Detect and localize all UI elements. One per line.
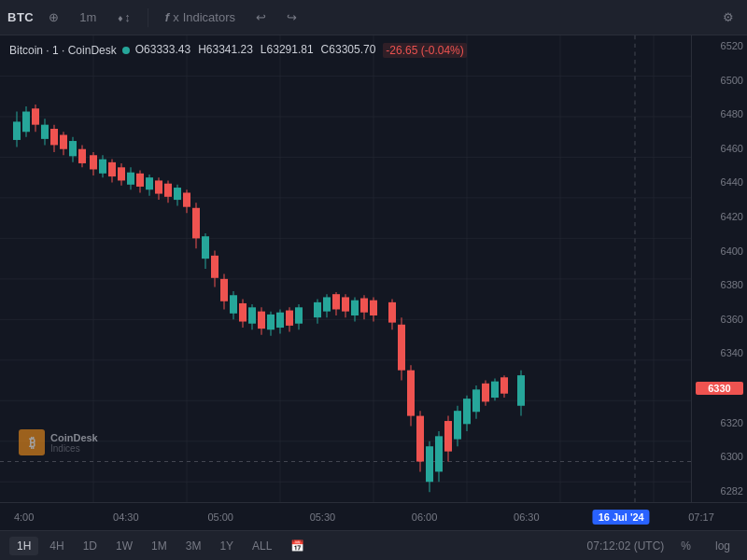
svg-rect-71 [248, 307, 256, 323]
price-6360: 6360 [696, 314, 743, 326]
svg-rect-25 [32, 108, 39, 124]
symbol-label: BTC [7, 10, 34, 24]
redo-button[interactable]: ↪ [281, 7, 303, 28]
price-6282: 6282 [696, 485, 743, 497]
timeframe-1y[interactable]: 1Y [212, 537, 241, 555]
percent-button[interactable]: % [673, 537, 698, 555]
undo-button[interactable]: ↩ [250, 7, 272, 28]
timeframe-button[interactable]: 1m [74, 7, 102, 28]
svg-rect-29 [50, 129, 58, 145]
timeframe-3m[interactable]: 3M [178, 537, 209, 555]
svg-rect-103 [416, 416, 424, 462]
svg-rect-59 [192, 208, 200, 239]
timeframe-all[interactable]: ALL [245, 537, 279, 555]
svg-rect-93 [360, 299, 368, 313]
time-labels: 4:00 04:30 05:00 05:30 06:00 06:30 16 Ju… [9, 503, 738, 530]
svg-rect-31 [60, 135, 67, 149]
svg-rect-75 [267, 315, 275, 329]
chart-type-button[interactable]: ⬧↕ [111, 7, 136, 28]
svg-rect-77 [276, 313, 284, 328]
timestamp-label: 07:12:02 (UTC) [587, 539, 665, 553]
undo-icon: ↩ [256, 10, 266, 24]
time-600: 06:00 [412, 511, 438, 523]
price-6500: 6500 [696, 75, 743, 87]
indicators-button[interactable]: fx Indicators [160, 7, 241, 28]
low-label: L63291.81 [261, 43, 314, 58]
svg-rect-107 [435, 436, 443, 471]
svg-rect-33 [69, 141, 77, 156]
timeframe-1d[interactable]: 1D [76, 537, 105, 555]
svg-rect-23 [22, 112, 30, 133]
price-6460: 6460 [696, 143, 743, 155]
toolbar-right: ⚙ [717, 7, 740, 28]
svg-rect-111 [454, 411, 461, 439]
svg-rect-95 [370, 301, 377, 315]
time-530: 05:30 [310, 511, 336, 523]
svg-rect-57 [183, 192, 190, 206]
price-scale: 6520 6500 6480 6460 6440 6420 6400 6380 … [691, 35, 747, 502]
svg-rect-43 [118, 167, 125, 180]
timeframe-1h[interactable]: 1H [9, 537, 38, 555]
svg-rect-119 [491, 382, 499, 398]
svg-rect-115 [472, 389, 480, 412]
chart-header: Bitcoin · 1 · CoinDesk O63333.43 H63341.… [9, 43, 467, 58]
chart-area: Bitcoin · 1 · CoinDesk O63333.43 H63341.… [0, 35, 747, 502]
timeframe-1m[interactable]: 1M [144, 537, 175, 555]
svg-rect-45 [127, 173, 134, 185]
svg-rect-69 [239, 303, 247, 322]
coindesk-name: CoinDesk [50, 432, 98, 443]
price-6520: 6520 [696, 40, 743, 52]
chart-title: Bitcoin · 1 · CoinDesk [9, 44, 117, 57]
plus-icon: ⊕ [49, 10, 59, 24]
svg-rect-39 [99, 160, 106, 174]
price-6300: 6300 [696, 451, 743, 463]
chart-main[interactable]: Bitcoin · 1 · CoinDesk O63333.43 H63341.… [0, 35, 691, 502]
price-6320: 6320 [696, 417, 743, 429]
coindesk-icon: ₿ [19, 429, 45, 455]
current-price: 6330 [696, 382, 743, 395]
svg-rect-55 [174, 188, 181, 200]
calendar-button[interactable]: 📅 [283, 537, 312, 555]
svg-rect-27 [41, 125, 49, 139]
coindesk-logo: ₿ CoinDesk Indices [19, 429, 98, 455]
ohlc-display: O63333.43 H63341.23 L63291.81 C63305.70 … [135, 43, 467, 58]
live-dot [122, 47, 130, 54]
settings-button[interactable]: ⚙ [717, 7, 740, 28]
svg-rect-83 [314, 302, 321, 317]
price-6340: 6340 [696, 347, 743, 359]
time-500: 05:00 [207, 511, 233, 523]
time-630: 06:30 [514, 511, 540, 523]
svg-rect-49 [146, 177, 153, 189]
svg-rect-123 [517, 375, 525, 406]
separator-1 [148, 8, 148, 27]
high-label: H63341.23 [198, 43, 253, 58]
timeframe-1w[interactable]: 1W [108, 537, 140, 555]
svg-rect-117 [482, 384, 489, 402]
svg-rect-101 [407, 371, 415, 416]
svg-rect-51 [155, 180, 162, 193]
x-label: x [173, 10, 179, 24]
time-bar: 4:00 04:30 05:00 05:30 06:00 06:30 16 Ju… [0, 502, 747, 530]
top-toolbar: BTC ⊕ 1m ⬧↕ fx Indicators ↩ ↪ ⚙ [0, 0, 747, 35]
bottom-right: 07:12:02 (UTC) % log [587, 537, 738, 555]
svg-rect-53 [164, 184, 172, 197]
current-date-label: 16 Jul '24 [593, 510, 650, 525]
svg-rect-73 [258, 312, 265, 329]
timeframe-4h[interactable]: 4H [42, 537, 71, 555]
log-button[interactable]: log [708, 537, 738, 555]
coindesk-text: CoinDesk Indices [50, 432, 98, 454]
indicators-label: Indicators [183, 10, 235, 24]
add-symbol-button[interactable]: ⊕ [43, 7, 64, 28]
svg-rect-99 [398, 325, 405, 371]
svg-rect-47 [136, 174, 144, 187]
calendar-icon: 📅 [290, 539, 304, 553]
svg-rect-37 [90, 155, 97, 169]
price-6440: 6440 [696, 176, 743, 189]
open-label: O63333.43 [135, 43, 190, 58]
svg-rect-61 [202, 236, 209, 259]
svg-rect-87 [332, 294, 340, 309]
price-6380: 6380 [696, 279, 743, 291]
fx-icon: f [165, 10, 169, 24]
coindesk-indices: Indices [50, 443, 98, 454]
current-time: 07:17 [688, 511, 714, 523]
